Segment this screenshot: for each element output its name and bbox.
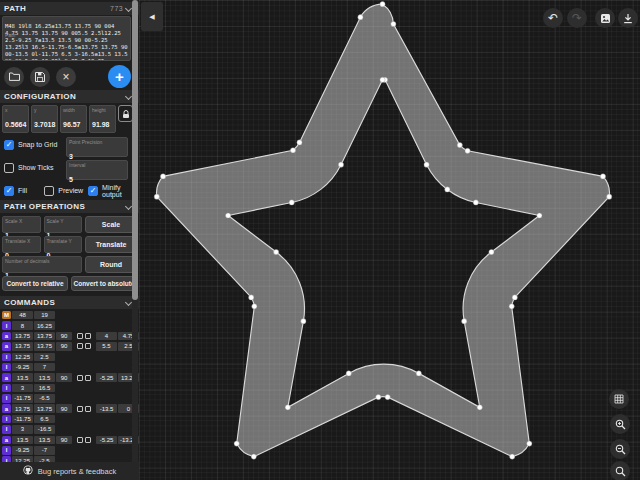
command-value-cell[interactable]: -7 [34,446,55,455]
path-panel-header[interactable]: PATH 773 [0,2,139,15]
path-control-point[interactable] [358,15,363,20]
path-control-point[interactable] [249,295,254,300]
command-row[interactable]: a13.7513.759044.75– [0,331,139,341]
command-letter-chip[interactable]: l [2,446,11,455]
lock-aspect-button[interactable] [118,105,133,122]
arc-flag-checkbox[interactable] [85,333,91,339]
arc-flag-checkbox[interactable] [77,333,83,339]
command-letter-chip[interactable]: a [2,342,11,351]
command-value-cell[interactable]: 3 [12,425,33,434]
zoom-fit-button[interactable] [610,461,630,480]
viewbox-width-field[interactable]: width 96.57 [60,105,87,133]
command-row[interactable]: a13.513.590-5.2513.25– [0,372,139,382]
toggle-grid-button[interactable] [609,389,629,409]
path-control-point[interactable] [510,454,515,459]
command-value-cell[interactable]: -11.75 [12,415,33,424]
command-value-cell[interactable]: 19 [34,311,55,320]
command-value-cell[interactable]: -5.25 [96,373,117,382]
path-control-point[interactable] [346,371,351,376]
command-value-cell[interactable]: 6.5 [34,415,55,424]
export-image-button[interactable] [595,8,615,28]
command-value-cell[interactable]: 4 [96,332,117,341]
viewbox-y-field[interactable]: y 3.7018 [31,105,58,133]
command-value-cell[interactable]: -16.5 [34,425,55,434]
path-control-point[interactable] [160,174,165,179]
command-value-cell[interactable]: -9.25 [12,363,33,372]
command-letter-chip[interactable]: a [2,373,11,382]
sidebar-scrollbar[interactable] [132,0,138,462]
show-ticks-checkbox[interactable] [4,163,14,173]
preview-row[interactable]: Preview [44,185,86,196]
path-control-point[interactable] [489,249,494,254]
path-control-point[interactable] [376,395,381,400]
save-button[interactable] [30,67,50,87]
command-value-cell[interactable]: 13.75 [34,404,55,413]
snap-to-grid-row[interactable]: ✓ Snap to Grid [4,139,66,150]
command-value-cell[interactable]: 90 [56,404,72,413]
path-control-point[interactable] [462,319,467,324]
command-value-cell[interactable]: 2.5 [34,353,55,362]
command-value-cell[interactable]: -11.75 [12,394,33,403]
command-value-cell[interactable]: 12.25 [12,353,33,362]
viewbox-height-field[interactable]: height 91.98 [89,105,116,133]
scale-x-field[interactable]: Scale X 1 [2,216,41,233]
command-letter-chip[interactable]: l [2,353,11,362]
command-value-cell[interactable]: 12.25 [12,456,33,462]
command-letter-chip[interactable]: l [2,415,11,424]
path-control-point[interactable] [416,371,421,376]
command-letter-chip[interactable]: l [2,384,11,393]
path-control-point[interactable] [473,200,478,205]
path-control-point[interactable] [338,162,343,167]
command-value-cell[interactable]: 13.75 [34,342,55,351]
point-precision-field[interactable]: Point Precision 3 [66,137,128,157]
command-letter-chip[interactable]: a [2,436,11,445]
path-control-point[interactable] [424,162,429,167]
add-path-button[interactable]: + [108,65,131,88]
path-input[interactable]: M48 19l8 16.25a13.75 13.75 90 004 4.75 1… [2,16,131,61]
command-row[interactable]: l3-16.5– [0,424,139,434]
command-value-cell[interactable]: -9.25 [12,446,33,455]
star-path[interactable] [157,4,610,456]
path-control-point[interactable] [380,2,385,7]
zoom-in-button[interactable] [610,414,630,434]
undo-button[interactable]: ↶ [543,8,563,28]
translate-x-field[interactable]: Translate X 0 [2,236,41,253]
path-control-point[interactable] [301,319,306,324]
command-value-cell[interactable]: 90 [56,436,72,445]
path-control-point[interactable] [457,142,462,147]
path-control-point[interactable] [465,148,470,153]
sidebar-scrollbar-thumb[interactable] [132,0,138,300]
path-control-point[interactable] [154,194,159,199]
scale-y-field[interactable]: Scale Y 1 [44,216,83,233]
zoom-out-button[interactable] [610,439,630,459]
command-value-cell[interactable]: 13.5 [34,373,55,382]
command-value-cell[interactable]: -13.5 [96,404,117,413]
arc-flag-checkbox[interactable] [85,375,91,381]
command-value-cell[interactable]: 3 [12,384,33,393]
clear-path-button[interactable]: × [56,67,76,87]
command-row[interactable]: l816.25– [0,320,139,330]
path-control-point[interactable] [445,187,450,192]
command-value-cell[interactable]: 90 [56,373,72,382]
command-row[interactable]: l-11.756.5– [0,414,139,424]
command-value-cell[interactable]: 90 [56,332,72,341]
path-control-point[interactable] [512,295,517,300]
command-letter-chip[interactable]: l [2,425,11,434]
command-value-cell[interactable]: 5.5 [96,342,117,351]
open-file-button[interactable] [4,67,24,87]
command-letter-chip[interactable]: a [2,332,11,341]
minify-output-checkbox[interactable]: ✓ [88,186,98,196]
snap-to-grid-checkbox[interactable]: ✓ [4,140,14,150]
path-control-point[interactable] [477,405,482,410]
command-value-cell[interactable]: 13.75 [12,404,33,413]
path-control-point[interactable] [274,249,279,254]
command-row[interactable]: l316.5– [0,383,139,393]
configuration-panel-header[interactable]: CONFIGURATION [0,90,139,103]
path-control-point[interactable] [527,441,532,446]
command-value-cell[interactable]: 13.5 [12,436,33,445]
command-value-cell[interactable]: 13.5 [12,373,33,382]
feedback-link[interactable]: Bug reports & feedback [38,467,116,476]
decimals-field[interactable]: Number of decimals 1 [2,256,82,273]
path-control-point[interactable] [607,194,612,199]
path-control-point[interactable] [600,174,605,179]
